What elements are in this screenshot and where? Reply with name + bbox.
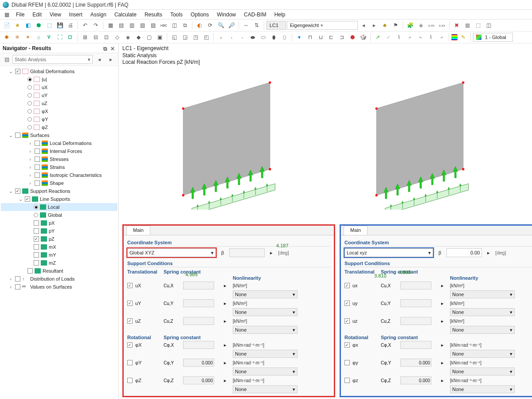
tool-icon[interactable]: ▤ [116,20,126,30]
checkbox[interactable] [34,220,39,226]
menu-insert[interactable]: Insert [66,11,86,19]
tool-icon[interactable]: x.xx [437,20,447,30]
tool-icon[interactable]: 🎲 [358,32,368,42]
spin[interactable] [183,299,214,307]
tree-pz[interactable]: pZ [1,235,117,243]
tool-icon[interactable]: ⌇ [426,32,436,42]
radio[interactable] [34,213,38,217]
tool-icon[interactable]: ◆ [133,32,143,42]
checkbox[interactable] [127,378,133,383]
close-icon[interactable]: ✕ [110,46,116,51]
tool-icon[interactable]: ✳ [12,32,22,42]
spin[interactable] [400,299,431,307]
checkbox[interactable] [35,141,40,146]
tool-icon[interactable]: ◇ [112,32,122,42]
tree-values[interactable]: › xx Values on Surfaces [1,283,117,291]
tool-icon[interactable]: ▣ [155,32,164,42]
tool-icon[interactable]: ◈ [416,20,426,30]
tree-mx[interactable]: mX [1,243,117,251]
tool-icon[interactable]: ⟳ [205,20,215,30]
spin[interactable] [183,282,214,289]
radio[interactable] [27,101,32,106]
redo-icon[interactable]: ↷ [91,20,101,30]
tool-icon[interactable]: ⊐ [337,32,347,42]
menu-options[interactable]: Options [187,11,212,19]
tool-icon[interactable]: ⇅ [252,20,262,30]
spin[interactable] [183,341,214,349]
checkbox[interactable] [35,164,40,170]
spin[interactable]: 0.000 [400,376,431,384]
tool-icon[interactable]: ⛋ [66,32,75,42]
tool-icon[interactable]: ⬢ [34,20,43,30]
checkbox[interactable] [34,236,39,242]
tool-icon[interactable]: ✴ [23,32,33,42]
tool-icon[interactable]: x.xx [426,20,436,30]
menu-calculate[interactable]: Calculate [111,11,140,19]
tree-local[interactable]: Local [1,203,117,211]
radio[interactable] [27,93,32,98]
checkbox[interactable] [344,342,350,348]
checkbox[interactable] [127,360,133,365]
app-menu-icon[interactable]: ▦ [2,10,12,20]
tree-py[interactable]: pY [1,227,117,235]
checkbox[interactable] [344,360,350,365]
checkbox[interactable] [34,260,39,266]
tree-item-phix[interactable]: φX [1,107,117,115]
nonl-select[interactable]: None▾ [450,385,515,393]
tool-icon[interactable]: ▧ [137,20,147,30]
search-icon[interactable]: 🔍 [216,20,226,30]
nonl-select[interactable]: None▾ [450,326,515,334]
tool-icon[interactable]: ◫ [484,20,493,30]
tool-icon[interactable]: ▨ [148,20,158,30]
beta-field[interactable]: 0.00 [446,248,482,257]
tree-item-uz[interactable]: uZ [1,99,117,107]
analysis-type-selector[interactable]: Static Analysis▾ [12,55,93,64]
checkbox[interactable] [15,284,20,289]
checkbox[interactable] [34,244,39,250]
tool-icon[interactable]: ◐ [195,20,204,30]
tool-icon[interactable]: ⊏ [326,32,336,42]
menu-help[interactable]: Help [271,11,289,19]
tool-icon[interactable]: ✖ [452,20,462,30]
checkbox[interactable] [34,228,39,234]
tree-item-u[interactable]: |u| [1,75,117,83]
tree-support-reactions[interactable]: ⌄ Support Reactions [1,187,117,195]
checkbox[interactable] [15,69,20,74]
tool-icon[interactable]: ⌿ [437,32,446,42]
checkbox[interactable] [35,156,40,162]
checkbox[interactable] [127,301,133,306]
tree-item-uy[interactable]: uY [1,91,117,99]
tree-int-forces[interactable]: ›Internal Forces [1,147,117,155]
tree-item-phiy[interactable]: φY [1,115,117,123]
tool-icon[interactable]: ⬬ [248,32,258,42]
spin[interactable] [400,341,431,349]
nonl-select[interactable]: None▾ [233,385,297,393]
tree-surfaces[interactable]: ⌄ Surfaces [1,131,117,139]
coord-system-selector[interactable]: 1 - Global [473,33,513,42]
save-icon[interactable]: 💾 [55,20,65,30]
menu-results[interactable]: Results [141,11,166,19]
nonl-select[interactable]: None▾ [450,290,515,298]
nonl-select[interactable]: None▾ [233,290,297,298]
spin[interactable] [183,317,214,325]
tree-item-ux[interactable]: uX [1,83,117,91]
tree-global[interactable]: Global [1,211,117,219]
spin[interactable]: 0.000 [183,359,214,367]
nav-prev-icon[interactable]: ◂ [94,55,104,64]
tree-stresses[interactable]: ›Stresses [1,155,117,163]
tool-icon[interactable]: 🧩 [405,20,415,30]
tool-icon[interactable]: ◲ [180,32,190,42]
edit-icon[interactable]: ✎ [458,32,468,42]
tool-icon[interactable]: ◈ [123,32,133,42]
menu-edit[interactable]: Edit [29,11,45,19]
tool-icon[interactable]: ⬩ [216,32,226,42]
tree-dist-loads[interactable]: › ↑ Distribution of Loads [1,275,117,283]
tool-icon[interactable] [451,34,458,40]
checkbox[interactable] [15,188,20,194]
pin-icon[interactable]: ⧉ [103,46,109,51]
tool-icon[interactable]: ⧉ [180,20,190,30]
checkbox[interactable] [344,301,350,306]
spin[interactable] [400,317,431,325]
checkbox[interactable] [127,342,133,348]
checkbox[interactable] [35,172,40,178]
